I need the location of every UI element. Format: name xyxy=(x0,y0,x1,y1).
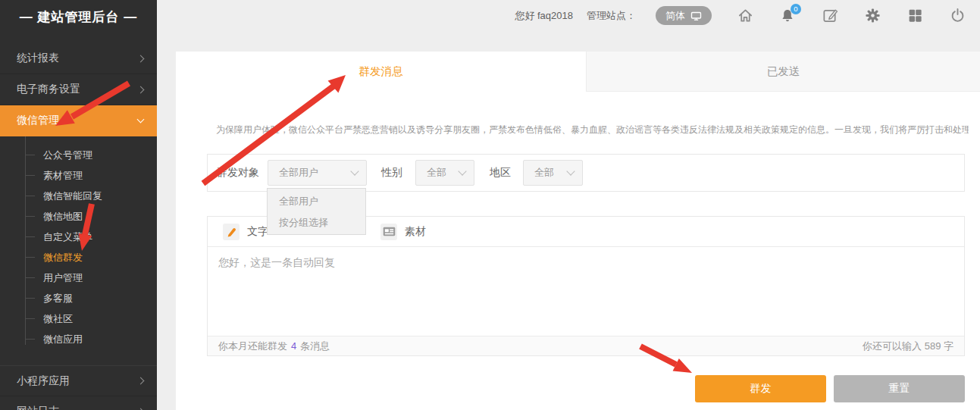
app-window: — 建站管理后台 — 统计报表 电子商务设置 微信管理 公众号管理 素材管理 微… xyxy=(0,0,980,410)
region-select[interactable]: 全部 xyxy=(523,160,583,186)
policy-notice: 为保障用户体验，微信公众平台严禁恶意营销以及诱导分享朋友圈，严禁发布色情低俗、暴… xyxy=(216,124,969,136)
target-select[interactable]: 全部用户 xyxy=(268,160,367,186)
dropdown-option-by-group[interactable]: 按分组选择 xyxy=(268,212,365,233)
quota-prefix: 你本月还能群发 xyxy=(218,340,287,352)
sidebar-item-label: 网站日志 xyxy=(17,405,59,410)
manage-site-label: 管理站点： xyxy=(587,9,636,23)
quota-count: 4 xyxy=(291,340,296,352)
sidebar-item-label: 统计报表 xyxy=(17,52,59,65)
gender-select-value: 全部 xyxy=(427,166,446,180)
sidebar-item-stats-report[interactable]: 统计报表 xyxy=(0,43,157,74)
filter-bar: 群发对象 全部用户 性别 全部 地区 全部 xyxy=(207,154,965,192)
submenu-item-multi-service[interactable]: 多客服 xyxy=(0,288,157,308)
grid-icon[interactable] xyxy=(906,7,924,25)
notification-badge: 0 xyxy=(791,4,801,14)
dropdown-option-all-users[interactable]: 全部用户 xyxy=(268,191,365,212)
sidebar-item-label: 电子商务设置 xyxy=(17,83,80,96)
topbar: 您好 faq2018 管理站点： 简体 0 xyxy=(157,0,980,31)
tab-mass-message[interactable]: 群发消息 xyxy=(176,52,586,92)
reset-button[interactable]: 重置 xyxy=(834,375,965,402)
tab-sent[interactable]: 已发送 xyxy=(586,52,980,92)
gender-select[interactable]: 全部 xyxy=(415,160,474,186)
message-text: 您好，这是一条自动回复 xyxy=(218,256,335,268)
edit-icon[interactable] xyxy=(821,7,839,25)
chevron-down-icon xyxy=(350,167,358,175)
submenu-item-wechat-app[interactable]: 微信应用 xyxy=(0,329,157,349)
editor-tab-material-label: 素材 xyxy=(405,225,426,239)
sidebar-item-site-log[interactable]: 网站日志 xyxy=(0,396,157,410)
target-dropdown: 全部用户 按分组选择 xyxy=(267,188,366,235)
wechat-submenu: 公众号管理 素材管理 微信智能回复 微信地图 自定义菜单 微信群发 用户管理 多… xyxy=(0,136,157,355)
language-button[interactable]: 简体 xyxy=(656,6,712,25)
editor-tab-material[interactable]: 素材 xyxy=(380,224,426,240)
sidebar-item-label: 微信管理 xyxy=(17,114,59,127)
sidebar-nav: 统计报表 电子商务设置 微信管理 公众号管理 素材管理 微信智能回复 微信地图 … xyxy=(0,43,157,410)
sidebar-item-miniprogram[interactable]: 小程序应用 xyxy=(0,365,157,396)
material-icon xyxy=(380,224,397,240)
sidebar: — 建站管理后台 — 统计报表 电子商务设置 微信管理 公众号管理 素材管理 微… xyxy=(0,0,157,410)
bell-icon[interactable]: 0 xyxy=(778,7,797,25)
power-icon[interactable] xyxy=(948,7,966,25)
send-button[interactable]: 群发 xyxy=(695,375,826,402)
submenu-item-wechat-map[interactable]: 微信地图 xyxy=(0,206,157,227)
gender-label: 性别 xyxy=(381,166,402,180)
gear-icon[interactable] xyxy=(863,7,881,25)
chevron-down-icon xyxy=(458,167,466,175)
sidebar-item-label: 小程序应用 xyxy=(17,374,70,388)
target-label: 群发对象 xyxy=(217,166,259,180)
submenu-item-micro-community[interactable]: 微社区 xyxy=(0,308,157,329)
editor-tab-text[interactable]: 文字 xyxy=(223,224,268,240)
submenu-item-mass-send[interactable]: 微信群发 xyxy=(0,247,157,268)
region-select-value: 全部 xyxy=(534,166,554,180)
chars-remaining: 你还可以输入 589 字 xyxy=(863,340,953,353)
language-label: 简体 xyxy=(665,9,685,23)
chevron-down-icon xyxy=(566,167,575,175)
pencil-icon xyxy=(223,224,240,240)
message-editor: 文字 素材 您好，这是一条自动回复 你本月还能群发4条消息 你还可以输入 589… xyxy=(207,216,965,356)
user-greeting: 您好 faq2018 xyxy=(515,9,573,23)
chevron-right-icon xyxy=(137,377,145,385)
editor-footer: 你本月还能群发4条消息 你还可以输入 589 字 xyxy=(208,336,964,355)
sidebar-item-ecommerce-settings[interactable]: 电子商务设置 xyxy=(0,74,157,105)
tab-bar: 群发消息 已发送 xyxy=(176,52,980,92)
app-title: — 建站管理后台 — xyxy=(0,0,157,34)
target-select-value: 全部用户 xyxy=(279,166,318,180)
chevron-right-icon xyxy=(137,86,145,93)
chevron-right-icon xyxy=(137,55,145,62)
main-panel: 群发消息 已发送 为保障用户体验，微信公众平台严禁恶意营销以及诱导分享朋友圈，严… xyxy=(176,52,980,410)
submenu-item-user-management[interactable]: 用户管理 xyxy=(0,268,157,288)
monitor-icon xyxy=(690,11,702,21)
chevron-down-icon xyxy=(137,115,145,123)
editor-tab-text-label: 文字 xyxy=(247,225,268,239)
submenu-item-custom-menu[interactable]: 自定义菜单 xyxy=(0,227,157,247)
quota-suffix: 条消息 xyxy=(300,340,330,352)
region-label: 地区 xyxy=(490,166,511,180)
sidebar-item-wechat-management[interactable]: 微信管理 xyxy=(0,105,157,136)
home-icon[interactable] xyxy=(736,7,754,25)
submenu-item-smart-reply[interactable]: 微信智能回复 xyxy=(0,186,157,206)
submenu-item-official-account[interactable]: 公众号管理 xyxy=(0,145,157,165)
quota-remaining: 你本月还能群发4条消息 xyxy=(218,340,330,353)
submenu-item-material[interactable]: 素材管理 xyxy=(0,165,157,186)
message-textarea[interactable]: 您好，这是一条自动回复 xyxy=(208,247,964,336)
